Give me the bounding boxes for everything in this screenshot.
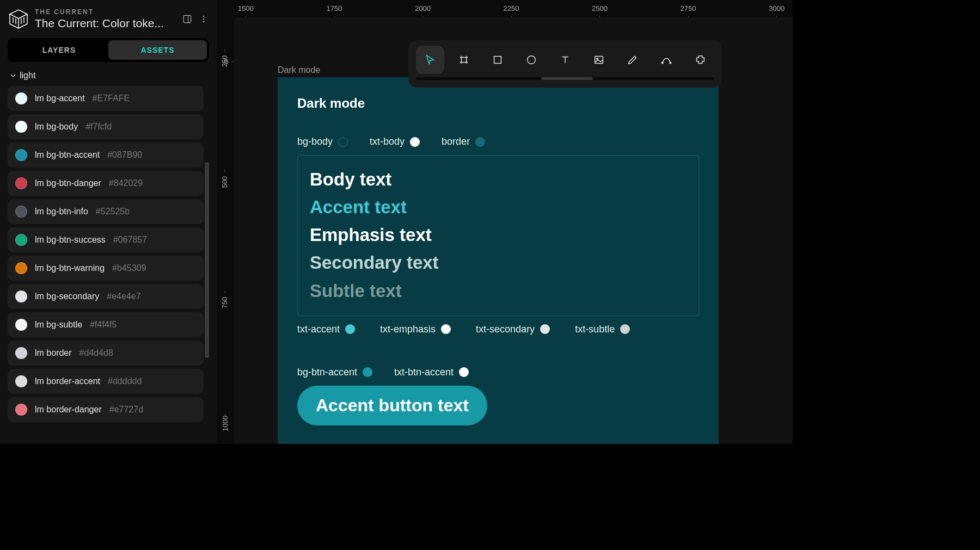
ruler-tick: 2000 xyxy=(415,4,431,13)
asset-hex: #f4f4f5 xyxy=(90,320,117,330)
asset-item[interactable]: lm bg-btn-warning#b45309 xyxy=(8,256,204,281)
token-name: txt-emphasis xyxy=(380,324,436,335)
logo-icon xyxy=(8,8,29,30)
asset-hex: #b45309 xyxy=(112,263,146,273)
asset-item[interactable]: lm border-danger#e7727d xyxy=(8,397,204,422)
token-name: bg-body xyxy=(297,136,333,147)
chevron-down-icon xyxy=(10,72,16,79)
asset-item[interactable]: lm bg-accent#E7FAFE xyxy=(8,86,204,111)
ruler-tick: 750 xyxy=(220,297,229,309)
color-swatch xyxy=(15,206,27,218)
token-name: txt-subtle xyxy=(575,324,615,335)
asset-item[interactable]: lm bg-secondary#e4e4e7 xyxy=(8,284,204,309)
asset-hex: #e4e4e7 xyxy=(107,292,140,301)
token-label: txt-body xyxy=(370,136,420,147)
labels-row-mid: txt-accenttxt-emphasistxt-secondarytxt-s… xyxy=(297,324,699,335)
svg-point-3 xyxy=(203,18,205,20)
section-name: light xyxy=(20,71,35,81)
accent-button-sample: Accent button text xyxy=(297,386,487,425)
token-label: txt-secondary xyxy=(476,324,550,335)
sample-accent-text: Accent text xyxy=(310,193,687,221)
svg-point-4 xyxy=(203,21,205,23)
tool-image[interactable] xyxy=(585,46,613,74)
asset-hex: #842029 xyxy=(109,178,143,188)
token-name: txt-btn-accent xyxy=(394,367,454,378)
token-chip xyxy=(459,367,469,377)
asset-item[interactable]: lm border#d4d4d8 xyxy=(8,341,204,366)
canvas-inner[interactable]: Dark mode Dark mode bg-bodytxt-bodyborde… xyxy=(234,17,793,444)
svg-point-2 xyxy=(203,16,205,17)
tool-rectangle[interactable] xyxy=(483,46,512,74)
tool-plugins[interactable] xyxy=(686,46,714,74)
asset-item[interactable]: lm bg-btn-danger#842029 xyxy=(8,171,204,196)
token-name: txt-secondary xyxy=(476,324,535,335)
tab-layers[interactable]: LAYERS xyxy=(10,40,108,60)
asset-list: lm bg-accent#E7FAFElm bg-body#f7fcfdlm b… xyxy=(8,86,209,422)
ruler-tick: 2750 xyxy=(681,4,696,13)
token-chip xyxy=(345,324,355,334)
text-sample-panel: Body text Accent text Emphasis text Seco… xyxy=(297,155,699,316)
scrollbar-thumb[interactable] xyxy=(205,162,209,358)
token-label: txt-btn-accent xyxy=(394,367,469,378)
ruler-tick: 1000 xyxy=(220,416,229,431)
asset-item[interactable]: lm border-accent#dddddd xyxy=(8,369,204,394)
color-swatch xyxy=(15,177,27,189)
asset-name: lm bg-btn-danger xyxy=(35,178,101,188)
color-swatch xyxy=(15,262,27,274)
token-label: border xyxy=(442,136,485,147)
section-toggle-light[interactable]: light xyxy=(8,67,209,86)
asset-item[interactable]: lm bg-btn-accent#087B90 xyxy=(8,143,204,168)
ruler-tick: 500 xyxy=(220,176,229,188)
ruler-tick: 1500 xyxy=(238,4,254,13)
tool-frame[interactable] xyxy=(450,46,478,74)
color-swatch xyxy=(15,92,27,104)
svg-point-9 xyxy=(661,62,663,64)
color-swatch xyxy=(15,149,27,161)
ruler-tick: 3000 xyxy=(769,4,785,13)
asset-hex: #087B90 xyxy=(107,150,142,160)
svg-point-6 xyxy=(528,56,536,64)
more-menu-icon[interactable] xyxy=(198,14,209,24)
sample-emphasis-text: Emphasis text xyxy=(310,221,687,249)
token-label: txt-accent xyxy=(297,324,355,335)
asset-name: lm bg-btn-info xyxy=(35,207,88,217)
asset-name: lm bg-btn-success xyxy=(35,235,106,245)
sample-body-text: Body text xyxy=(310,165,687,193)
token-label: txt-subtle xyxy=(575,324,630,335)
ruler-tick: 1750 xyxy=(327,4,342,13)
tool-ellipse[interactable] xyxy=(517,46,546,74)
token-name: bg-btn-accent xyxy=(297,367,357,378)
tool-pencil[interactable] xyxy=(618,46,647,74)
frame-label[interactable]: Dark mode xyxy=(278,65,320,75)
tab-assets[interactable]: ASSETS xyxy=(108,40,207,60)
toolbar xyxy=(408,40,722,88)
labels-row-top: bg-bodytxt-bodyborder xyxy=(297,136,699,147)
token-label: bg-btn-accent xyxy=(297,367,372,378)
asset-item[interactable]: lm bg-btn-success#067857 xyxy=(8,227,204,252)
token-chip xyxy=(363,367,372,377)
ruler-top: 1500175020002250250027503000 xyxy=(230,0,793,16)
color-swatch xyxy=(15,319,27,331)
panel-toggle-icon[interactable] xyxy=(182,14,193,24)
tool-text[interactable] xyxy=(551,46,579,74)
tool-select[interactable] xyxy=(416,46,444,74)
brand-label: THE CURRENT xyxy=(35,8,176,16)
asset-item[interactable]: lm bg-btn-info#52525b xyxy=(8,199,204,224)
svg-rect-0 xyxy=(183,15,191,22)
frame-dark-mode[interactable]: Dark mode bg-bodytxt-bodyborder Body tex… xyxy=(278,77,719,444)
frame-title: Dark mode xyxy=(297,96,699,111)
asset-item[interactable]: lm bg-body#f7fcfd xyxy=(8,114,204,139)
asset-hex: #e7727d xyxy=(109,405,143,415)
asset-hex: #d4d4d8 xyxy=(79,348,113,358)
canvas-area[interactable]: 1500175020002250250027503000 0 250500750… xyxy=(217,0,793,444)
token-label: txt-emphasis xyxy=(380,324,451,335)
sample-secondary-text: Secondary text xyxy=(310,249,687,276)
asset-item[interactable]: lm bg-subtle#f4f4f5 xyxy=(8,312,204,337)
ruler-zero: 0 xyxy=(224,58,228,66)
svg-rect-7 xyxy=(595,57,603,64)
token-chip xyxy=(475,137,485,147)
token-chip xyxy=(540,324,550,334)
asset-name: lm border-danger xyxy=(35,405,102,415)
tool-curve[interactable] xyxy=(652,46,681,74)
toolbar-scrollbar[interactable] xyxy=(416,77,714,80)
